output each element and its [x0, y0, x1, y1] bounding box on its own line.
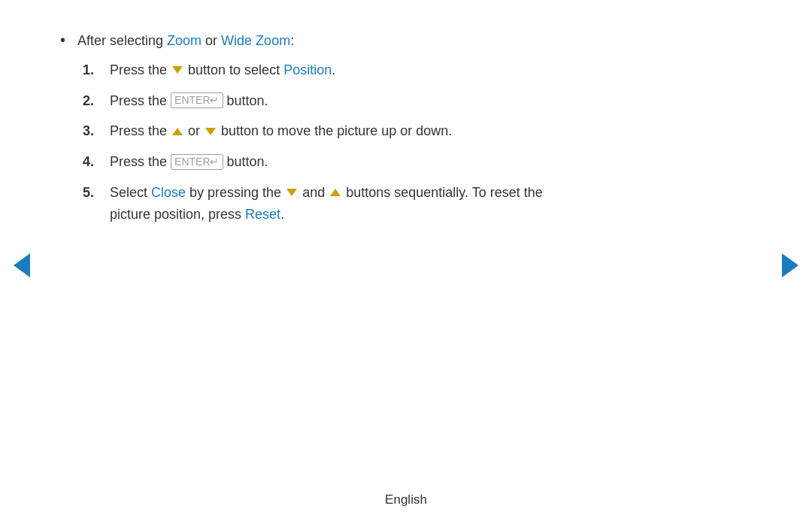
step-1-text: Press the button to select Position.	[110, 59, 335, 81]
position-link: Position	[283, 62, 332, 77]
close-link: Close	[151, 185, 186, 200]
step-4-number: 4.	[83, 151, 101, 173]
reset-link: Reset	[245, 207, 280, 222]
step-5: 5. Select Close by pressing the and butt…	[83, 182, 692, 226]
step-5-text: Select Close by pressing the and buttons…	[110, 182, 543, 226]
arrow-down-icon-5	[286, 189, 297, 196]
step-5-number: 5.	[83, 182, 101, 204]
zoom-link: Zoom	[167, 33, 201, 48]
step-4-text: Press the ENTER↵ button.	[110, 151, 268, 173]
step-3: 3. Press the or button to move the pictu…	[83, 120, 692, 142]
arrow-up-icon-3	[172, 128, 183, 135]
bullet-text: After selecting Zoom or Wide Zoom:	[77, 30, 294, 52]
step-2-text: Press the ENTER↵ button.	[110, 90, 268, 112]
step-3-number: 3.	[83, 120, 101, 142]
bullet-dot: •	[60, 32, 65, 49]
step-4: 4. Press the ENTER↵ button.	[83, 151, 692, 173]
arrow-down-icon-1	[172, 66, 183, 74]
nav-arrow-left[interactable]	[14, 253, 30, 277]
step-2: 2. Press the ENTER↵ button.	[83, 90, 692, 112]
footer-language: English	[385, 492, 427, 507]
nav-arrow-right[interactable]	[782, 253, 798, 277]
numbered-list: 1. Press the button to select Position. …	[83, 59, 692, 226]
enter-icon-2: ENTER↵	[171, 92, 223, 108]
step-1: 1. Press the button to select Position.	[83, 59, 692, 81]
bullet-section: • After selecting Zoom or Wide Zoom:	[60, 30, 692, 52]
step-1-number: 1.	[83, 59, 101, 81]
step-3-text: Press the or button to move the picture …	[110, 120, 452, 142]
enter-icon-4: ENTER↵	[171, 154, 223, 170]
bullet-suffix: :	[290, 33, 294, 48]
enter-box-4: ENTER↵	[171, 154, 223, 170]
bullet-prefix: After selecting	[77, 33, 167, 48]
arrow-up-icon-5	[330, 189, 341, 196]
step-2-number: 2.	[83, 90, 101, 112]
bullet-or: or	[201, 33, 221, 48]
wide-zoom-link: Wide Zoom	[221, 33, 290, 48]
arrow-down-icon-3	[205, 128, 216, 135]
main-content: • After selecting Zoom or Wide Zoom: 1. …	[0, 0, 752, 265]
enter-box-2: ENTER↵	[171, 92, 223, 108]
